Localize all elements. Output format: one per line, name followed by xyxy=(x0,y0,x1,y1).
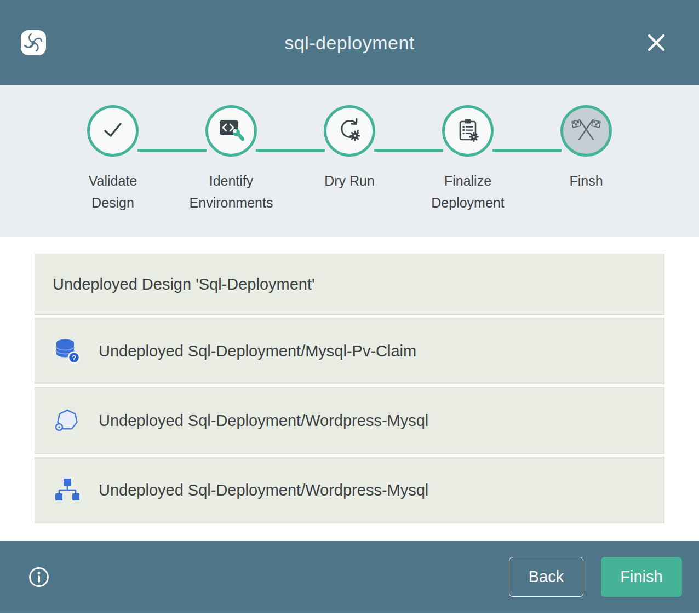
result-text: Undeployed Sql-Deployment/Wordpress-Mysq… xyxy=(99,481,428,499)
step-label: Validate Design xyxy=(66,170,160,214)
deployment-wizard-modal: sql-deployment Validate Design xyxy=(0,0,699,616)
result-text: Undeployed Design 'Sql-Deployment' xyxy=(53,275,315,293)
step-finalize-deployment: Finalize Deployment xyxy=(409,105,527,214)
step-circle xyxy=(205,105,257,157)
list-item: Undeployed Design 'Sql-Deployment' xyxy=(35,254,664,315)
list-item: Undeployed Sql-Deployment/Wordpress-Mysq… xyxy=(35,387,664,454)
topology-icon xyxy=(53,475,82,505)
result-text: Undeployed Sql-Deployment/Mysql-Pv-Claim xyxy=(99,342,416,360)
step-finish: Finsh xyxy=(527,105,645,214)
result-text: Undeployed Sql-Deployment/Wordpress-Mysq… xyxy=(99,412,428,430)
sync-gear-icon xyxy=(336,117,363,145)
modal-title: sql-deployment xyxy=(284,32,415,54)
svg-text:?: ? xyxy=(72,354,76,362)
clipboard-gear-icon xyxy=(455,117,481,145)
step-label: Identify Environments xyxy=(184,170,278,214)
app-logo-icon xyxy=(20,29,47,56)
modal-header: sql-deployment xyxy=(0,0,699,85)
checkered-flags-icon xyxy=(571,117,601,145)
step-label: Dry Run xyxy=(324,170,375,192)
bottom-strip xyxy=(0,613,699,616)
modal-footer: Back Finish xyxy=(0,541,699,613)
back-button[interactable]: Back xyxy=(509,557,583,597)
step-circle xyxy=(442,105,494,157)
database-icon: ? xyxy=(53,336,82,366)
info-icon[interactable] xyxy=(27,566,50,589)
list-item: ? Undeployed Sql-Deployment/Mysql-Pv-Cla… xyxy=(35,318,664,384)
step-label: Finsh xyxy=(569,170,603,192)
results-panel: Undeployed Design 'Sql-Deployment' ? Und… xyxy=(0,237,699,541)
step-circle xyxy=(324,105,375,157)
list-item: Undeployed Sql-Deployment/Wordpress-Mysq… xyxy=(35,457,664,523)
wizard-stepper: Validate Design Ident xyxy=(0,85,699,237)
pod-icon xyxy=(53,405,82,436)
step-identify-environments: Identify Environments xyxy=(172,105,290,214)
check-icon xyxy=(100,117,125,145)
step-validate-design: Validate Design xyxy=(54,105,172,214)
close-icon[interactable] xyxy=(644,31,668,55)
step-label: Finalize Deployment xyxy=(421,170,515,214)
step-circle xyxy=(560,105,612,157)
step-circle xyxy=(87,105,139,157)
code-wrench-icon xyxy=(218,117,244,145)
step-dry-run: Dry Run xyxy=(290,105,409,214)
finish-button[interactable]: Finish xyxy=(601,557,682,597)
